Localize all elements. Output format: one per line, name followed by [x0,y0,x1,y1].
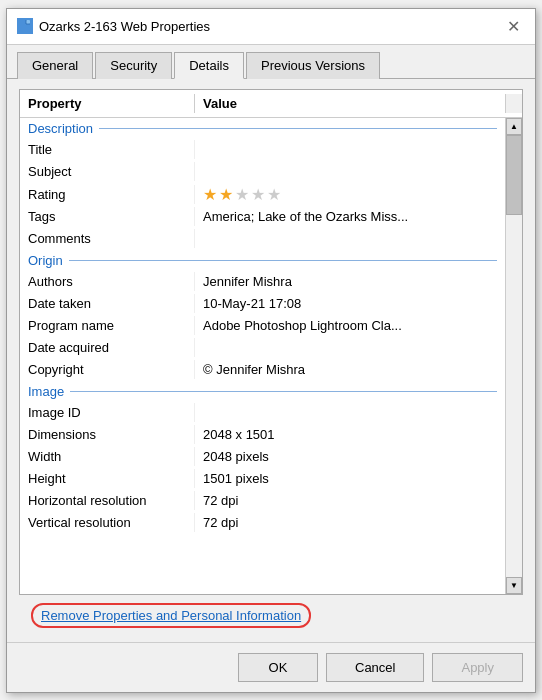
prop-v-resolution: Vertical resolution [20,513,195,532]
prop-image-id: Image ID [20,403,195,422]
prop-program-name: Program name [20,316,195,335]
val-title[interactable] [195,148,505,152]
row-title[interactable]: Title [20,139,505,161]
content-area: Property Value Description Title [7,79,535,642]
tab-security[interactable]: Security [95,52,172,79]
prop-copyright: Copyright [20,360,195,379]
prop-date-acquired: Date acquired [20,338,195,357]
val-height[interactable]: 1501 pixels [195,469,505,488]
prop-width: Width [20,447,195,466]
val-tags[interactable]: America; Lake of the Ozarks Miss... [195,207,505,226]
star-1: ★ [203,185,217,204]
table-body: Description Title Subject Rating [20,118,522,594]
section-image-title: Image [28,384,64,399]
prop-comments: Comments [20,229,195,248]
row-copyright[interactable]: Copyright © Jennifer Mishra [20,359,505,381]
row-authors[interactable]: Authors Jennifer Mishra [20,271,505,293]
row-comments[interactable]: Comments [20,228,505,250]
row-tags[interactable]: Tags America; Lake of the Ozarks Miss... [20,206,505,228]
section-origin-line [69,260,497,261]
val-dimensions[interactable]: 2048 x 1501 [195,425,505,444]
tabs-row: General Security Details Previous Versio… [7,45,535,79]
row-height[interactable]: Height 1501 pixels [20,468,505,490]
header-property: Property [20,94,195,113]
row-program-name[interactable]: Program name Adobe Photoshop Lightroom C… [20,315,505,337]
prop-h-resolution: Horizontal resolution [20,491,195,510]
star-2: ★ [219,185,233,204]
val-subject[interactable] [195,170,505,174]
section-description: Description [20,118,505,139]
close-button[interactable]: ✕ [501,14,525,38]
stars-container: ★ ★ ★ ★ ★ [203,185,497,204]
val-authors[interactable]: Jennifer Mishra [195,272,505,291]
properties-table: Property Value Description Title [19,89,523,595]
star-5: ★ [267,185,281,204]
window-title: Ozarks 2-163 Web Properties [39,19,210,34]
file-icon [17,18,33,34]
prop-date-taken: Date taken [20,294,195,313]
cancel-button[interactable]: Cancel [326,653,424,682]
ok-button[interactable]: OK [238,653,318,682]
remove-properties-link[interactable]: Remove Properties and Personal Informati… [31,603,311,628]
row-date-acquired[interactable]: Date acquired [20,337,505,359]
scroll-up-button[interactable]: ▲ [506,118,522,135]
val-width[interactable]: 2048 pixels [195,447,505,466]
prop-tags: Tags [20,207,195,226]
row-v-resolution[interactable]: Vertical resolution 72 dpi [20,512,505,534]
section-image: Image [20,381,505,402]
scrollbar[interactable]: ▲ ▼ [505,118,522,594]
scroll-thumb[interactable] [506,135,522,215]
prop-subject: Subject [20,162,195,181]
header-value: Value [195,94,505,113]
scroll-down-button[interactable]: ▼ [506,577,522,594]
row-image-id[interactable]: Image ID [20,402,505,424]
tab-previous-versions[interactable]: Previous Versions [246,52,380,79]
val-copyright[interactable]: © Jennifer Mishra [195,360,505,379]
section-image-line [70,391,497,392]
star-4: ★ [251,185,265,204]
prop-dimensions: Dimensions [20,425,195,444]
val-comments[interactable] [195,237,505,241]
val-h-resolution[interactable]: 72 dpi [195,491,505,510]
scroll-track[interactable] [506,135,522,577]
row-subject[interactable]: Subject [20,161,505,183]
title-bar-left: Ozarks 2-163 Web Properties [17,18,210,34]
scrollbar-header [505,94,522,113]
prop-rating: Rating [20,185,195,204]
row-dimensions[interactable]: Dimensions 2048 x 1501 [20,424,505,446]
table-rows: Description Title Subject Rating [20,118,505,594]
svg-rect-1 [26,20,30,24]
apply-button[interactable]: Apply [432,653,523,682]
prop-height: Height [20,469,195,488]
buttons-row: OK Cancel Apply [7,642,535,692]
val-rating[interactable]: ★ ★ ★ ★ ★ [195,183,505,206]
val-program-name[interactable]: Adobe Photoshop Lightroom Cla... [195,316,505,335]
row-h-resolution[interactable]: Horizontal resolution 72 dpi [20,490,505,512]
title-bar: Ozarks 2-163 Web Properties ✕ [7,9,535,45]
section-description-title: Description [28,121,93,136]
tab-details[interactable]: Details [174,52,244,79]
properties-window: Ozarks 2-163 Web Properties ✕ General Se… [6,8,536,693]
row-width[interactable]: Width 2048 pixels [20,446,505,468]
section-origin: Origin [20,250,505,271]
prop-authors: Authors [20,272,195,291]
section-description-line [99,128,497,129]
val-v-resolution[interactable]: 72 dpi [195,513,505,532]
table-header: Property Value [20,90,522,118]
val-image-id[interactable] [195,411,505,415]
row-date-taken[interactable]: Date taken 10-May-21 17:08 [20,293,505,315]
star-3: ★ [235,185,249,204]
link-row: Remove Properties and Personal Informati… [19,595,523,636]
val-date-taken[interactable]: 10-May-21 17:08 [195,294,505,313]
row-rating[interactable]: Rating ★ ★ ★ ★ ★ [20,183,505,206]
val-date-acquired[interactable] [195,346,505,350]
tab-general[interactable]: General [17,52,93,79]
prop-title: Title [20,140,195,159]
section-origin-title: Origin [28,253,63,268]
